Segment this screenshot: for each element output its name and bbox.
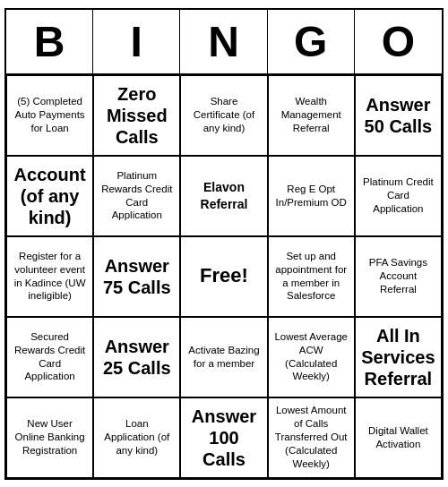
bingo-cell-16: Answer 25 Calls [93, 317, 180, 397]
bingo-cell-2: Share Certificate (of any kind) [180, 75, 267, 156]
bingo-letter-i: I [93, 10, 180, 73]
bingo-cell-12: Free! [180, 236, 267, 317]
bingo-cell-22: Answer 100 Calls [180, 397, 267, 478]
bingo-cell-8: Reg E Opt In/Premium OD [268, 156, 355, 236]
bingo-cell-15: Secured Rewards Credit Card Application [6, 317, 93, 397]
bingo-cell-1: Zero Missed Calls [93, 75, 180, 156]
bingo-cell-14: PFA Savings Account Referral [355, 236, 442, 317]
bingo-cell-20: New User Online Banking Registration [6, 397, 93, 478]
bingo-cell-19: All In Services Referral [355, 317, 442, 397]
bingo-grid: (5) Completed Auto Payments for LoanZero… [6, 75, 442, 478]
bingo-cell-7: Elavon Referral [180, 156, 267, 236]
bingo-header: BINGO [6, 10, 442, 75]
bingo-cell-3: Wealth Management Referral [268, 75, 355, 156]
bingo-letter-g: G [268, 10, 355, 73]
bingo-cell-24: Digital Wallet Activation [355, 397, 442, 478]
bingo-cell-4: Answer 50 Calls [355, 75, 442, 156]
bingo-cell-9: Platinum Credit Card Application [355, 156, 442, 236]
bingo-card: BINGO (5) Completed Auto Payments for Lo… [4, 8, 444, 480]
bingo-letter-o: O [355, 10, 442, 73]
bingo-cell-5: Account (of any kind) [6, 156, 93, 236]
bingo-letter-n: N [180, 10, 267, 73]
bingo-cell-13: Set up and appointment for a member in S… [268, 236, 355, 317]
bingo-cell-6: Platinum Rewards Credit Card Application [93, 156, 180, 236]
bingo-cell-21: Loan Application (of any kind) [93, 397, 180, 478]
bingo-letter-b: B [6, 10, 93, 73]
bingo-cell-11: Answer 75 Calls [93, 236, 180, 317]
bingo-cell-10: Register for a volunteer event in Kadinc… [6, 236, 93, 317]
bingo-cell-23: Lowest Amount of Calls Transferred Out (… [268, 397, 355, 478]
bingo-cell-17: Activate Bazing for a member [180, 317, 267, 397]
bingo-cell-0: (5) Completed Auto Payments for Loan [6, 75, 93, 156]
bingo-cell-18: Lowest Average ACW (Calculated Weekly) [268, 317, 355, 397]
